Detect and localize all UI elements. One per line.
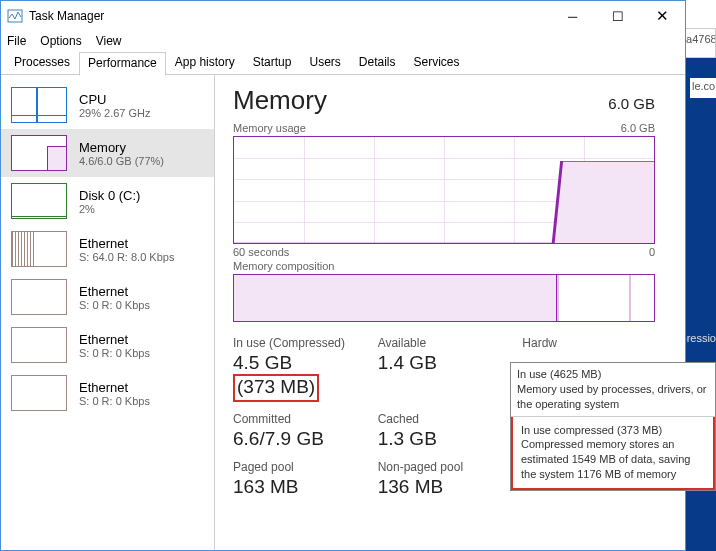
sidebar-sublabel: 4.6/6.0 GB (77%) — [79, 155, 164, 167]
sidebar-label: Ethernet — [79, 332, 150, 347]
cpu-sparkline-icon — [11, 87, 67, 123]
memory-sparkline-icon — [11, 135, 67, 171]
sidebar-item-ethernet-3[interactable]: Ethernet S: 0 R: 0 Kbps — [1, 369, 214, 417]
graph-title: Memory usage — [233, 122, 306, 134]
x-left-label: 60 seconds — [233, 246, 289, 258]
disk-sparkline-icon — [11, 183, 67, 219]
memory-tooltip: In use (4625 MB) Memory used by processe… — [510, 362, 716, 491]
stat-label: In use (Compressed) — [233, 336, 366, 350]
sidebar-sublabel: S: 0 R: 0 Kbps — [79, 347, 150, 359]
tab-performance[interactable]: Performance — [79, 52, 166, 76]
maximize-button[interactable]: ☐ — [595, 1, 640, 31]
task-manager-icon — [7, 8, 23, 24]
sidebar-item-ethernet-2[interactable]: Ethernet S: 0 R: 0 Kbps — [1, 321, 214, 369]
tab-apphistory[interactable]: App history — [166, 51, 244, 75]
menu-options[interactable]: Options — [40, 34, 81, 48]
sidebar-label: Memory — [79, 140, 164, 155]
tooltip-body: Compressed memory stores an estimated 15… — [521, 437, 705, 482]
stat-value-paged: 163 MB — [233, 476, 366, 498]
stat-value-cached: 1.3 GB — [378, 428, 511, 450]
sidebar-sublabel: S: 0 R: 0 Kbps — [79, 299, 150, 311]
tooltip-body: Memory used by processes, drivers, or th… — [517, 382, 709, 412]
ethernet-sparkline-icon — [11, 327, 67, 363]
ethernet-sparkline-icon — [11, 279, 67, 315]
minimize-button[interactable]: ─ — [550, 1, 595, 31]
sidebar-label: CPU — [79, 92, 151, 107]
capacity-label: 6.0 GB — [608, 95, 655, 112]
sidebar-label: Ethernet — [79, 380, 150, 395]
tab-processes[interactable]: Processes — [5, 51, 79, 75]
svg-marker-1 — [553, 161, 654, 243]
tab-users[interactable]: Users — [300, 51, 349, 75]
sidebar-item-ethernet-0[interactable]: Ethernet S: 64.0 R: 8.0 Kbps — [1, 225, 214, 273]
window-title: Task Manager — [29, 9, 550, 23]
titlebar[interactable]: Task Manager ─ ☐ ✕ — [1, 1, 685, 31]
close-button[interactable]: ✕ — [640, 1, 685, 31]
tab-startup[interactable]: Startup — [244, 51, 301, 75]
stat-label: Cached — [378, 412, 511, 426]
sidebar-label: Ethernet — [79, 284, 150, 299]
tooltip-title: In use compressed (373 MB) — [521, 423, 705, 438]
stat-value-in-use: 4.5 GB (373 MB) — [233, 352, 366, 402]
sidebar: CPU 29% 2.67 GHz Memory 4.6/6.0 GB (77%) — [1, 75, 215, 550]
stat-label: Non-paged pool — [378, 460, 511, 474]
menu-view[interactable]: View — [96, 34, 122, 48]
sidebar-sublabel: S: 64.0 R: 8.0 Kbps — [79, 251, 174, 263]
sidebar-sublabel: S: 0 R: 0 Kbps — [79, 395, 150, 407]
x-right-label: 0 — [649, 246, 655, 258]
memory-composition-chart[interactable] — [233, 274, 655, 322]
memory-usage-chart[interactable] — [233, 136, 655, 244]
compressed-highlight: (373 MB) — [233, 374, 319, 402]
sidebar-label: Disk 0 (C:) — [79, 188, 140, 203]
stat-value-nonpaged: 136 MB — [378, 476, 511, 498]
tab-services[interactable]: Services — [405, 51, 469, 75]
stat-label: Available — [378, 336, 511, 350]
ethernet-sparkline-icon — [11, 375, 67, 411]
stat-value-committed: 6.6/7.9 GB — [233, 428, 366, 450]
sidebar-item-disk[interactable]: Disk 0 (C:) 2% — [1, 177, 214, 225]
composition-title: Memory composition — [233, 260, 334, 272]
sidebar-item-memory[interactable]: Memory 4.6/6.0 GB (77%) — [1, 129, 214, 177]
tab-details[interactable]: Details — [350, 51, 405, 75]
stat-label: Hardw — [522, 336, 655, 350]
browser-urlbar-fragment: le.co… — [690, 78, 716, 98]
ethernet-sparkline-icon — [11, 231, 67, 267]
page-title: Memory — [233, 85, 327, 116]
stat-value-available: 1.4 GB — [378, 352, 511, 374]
menu-file[interactable]: File — [7, 34, 26, 48]
sidebar-label: Ethernet — [79, 236, 174, 251]
sidebar-sublabel: 2% — [79, 203, 140, 215]
stat-label: Committed — [233, 412, 366, 426]
sidebar-item-ethernet-1[interactable]: Ethernet S: 0 R: 0 Kbps — [1, 273, 214, 321]
y-max-label: 6.0 GB — [621, 122, 655, 134]
tooltip-title: In use (4625 MB) — [517, 367, 709, 382]
sidebar-sublabel: 29% 2.67 GHz — [79, 107, 151, 119]
sidebar-item-cpu[interactable]: CPU 29% 2.67 GHz — [1, 81, 214, 129]
stat-label: Paged pool — [233, 460, 366, 474]
